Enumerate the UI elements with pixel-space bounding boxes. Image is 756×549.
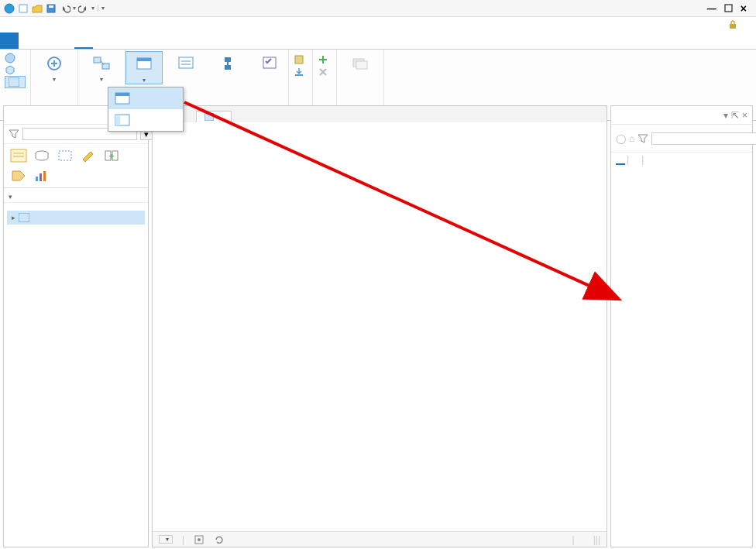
list-by-snapping-icon[interactable]: + [103,149,120,163]
save-icon[interactable] [45,2,57,15]
pause-drawing-icon[interactable] [194,535,204,544]
open-icon[interactable] [31,2,43,15]
contents-pane-button[interactable] [167,51,204,74]
project-pane-button[interactable]: ▾ [125,51,163,84]
add-animation[interactable] [318,54,332,65]
redo-icon[interactable] [77,2,90,15]
tasks-pane-button[interactable] [251,51,288,74]
toc-item-map[interactable]: ▸ [7,211,145,225]
list-by-drawing-icon[interactable] [10,149,27,163]
map-canvas[interactable] [153,122,607,531]
home-icon[interactable]: ⌂ [629,133,634,144]
map-icon [19,213,29,222]
dropdown-project-pane[interactable] [108,87,183,109]
catalog-panel: ▾ ⇱ × ◯ ⌂ ρ ▾ ≡ | | [610,105,753,547]
quick-access-toolbar: ▾ ▾ ▾ [0,2,108,15]
list-by-source-icon[interactable] [33,149,50,163]
catalog-tab-portal[interactable] [631,154,640,165]
svg-point-0 [5,4,14,13]
chevron-down-icon: ▾ [143,77,146,84]
catalog-search-input[interactable] [651,132,756,145]
chevron-down-icon: ▾ [166,536,169,543]
svg-point-6 [5,53,15,63]
qat-customize-icon[interactable]: ▾ [98,5,105,12]
list-by-labeling-icon[interactable] [10,169,27,183]
list-by-selection-icon[interactable] [57,149,74,163]
depth-icon [351,54,369,73]
catalog-tab-project[interactable] [616,154,625,165]
dropdown-icon[interactable]: ▾ [723,110,728,121]
close-panel-icon[interactable]: × [742,110,747,121]
close-button[interactable]: × [741,2,747,15]
svg-rect-34 [59,151,71,160]
svg-point-44 [198,538,201,541]
list-by-chart-icon[interactable] [33,169,50,183]
catalog-tree [611,166,752,547]
tab-project[interactable] [0,33,19,49]
undo-dropdown-icon[interactable]: ▾ [73,5,76,12]
svg-rect-17 [295,56,303,63]
link-icon [92,54,111,73]
convert-button[interactable]: ▾ [36,51,73,83]
back-icon[interactable]: ◯ [616,133,626,144]
svg-rect-18 [295,74,303,76]
globe-icon [5,53,15,63]
selection-menu-icon[interactable]: ||| [593,534,600,545]
new-icon[interactable] [17,2,29,15]
toc-view-icons: + [4,144,148,184]
tab-analysis[interactable] [56,33,74,49]
undo-icon[interactable] [59,2,71,15]
python-pane-button[interactable] [209,51,246,74]
tab-insert[interactable] [37,33,56,49]
svg-rect-7 [9,77,19,87]
svg-rect-5 [730,24,736,29]
window-controls: — × [690,2,756,15]
tab-share[interactable] [112,33,130,49]
svg-rect-40 [43,171,46,181]
link-views-button[interactable]: ▾ [83,51,120,83]
cube-icon [5,64,15,75]
nav-map-button[interactable] [5,76,26,88]
svg-rect-1 [19,5,27,12]
python-icon [218,54,237,73]
pin-icon[interactable]: ⇱ [731,110,739,121]
redo-dropdown-icon[interactable]: ▾ [91,5,94,12]
project-view-icon [115,114,130,126]
app-icon [3,2,15,15]
svg-rect-41 [19,213,29,222]
ribbon-tabstrip [0,33,756,50]
contents-pane-icon [177,54,195,73]
filter-icon[interactable] [637,133,648,144]
svg-rect-26 [115,93,129,96]
refresh-icon[interactable] [214,535,225,544]
tasks-icon [260,54,279,73]
create-thumbnail[interactable] [294,54,308,65]
catalog-tab-notify[interactable] [645,154,655,165]
svg-rect-30 [11,149,26,162]
remove-animation [318,67,332,77]
minimize-button[interactable]: — [707,3,716,14]
tab-map[interactable] [19,33,37,49]
expand-icon[interactable]: ▸ [12,214,15,221]
chevron-down-icon[interactable]: ▾ [9,193,12,201]
status-bar: ▾ | | ||| [153,531,607,547]
catalog-tabs: | | [611,153,752,166]
tab-edit[interactable] [93,33,112,49]
list-by-editing-icon[interactable] [80,149,97,163]
dropdown-project-view[interactable] [108,109,183,131]
scale-selector[interactable]: ▾ [159,535,173,544]
project-pane-icon [135,55,153,74]
project-pane-dropdown [108,87,184,132]
svg-rect-4 [725,5,732,12]
maximize-button[interactable] [724,4,733,12]
filter-icon[interactable] [9,129,19,139]
convert-icon [45,54,64,73]
svg-rect-20 [322,56,324,63]
toc-section-drawing-order [4,202,148,209]
svg-rect-3 [49,5,53,8]
map-tab[interactable] [196,111,232,122]
tab-view[interactable] [74,33,93,49]
svg-rect-28 [115,115,120,125]
import-thumbnail[interactable] [294,67,308,77]
map-tab-icon [204,113,214,121]
